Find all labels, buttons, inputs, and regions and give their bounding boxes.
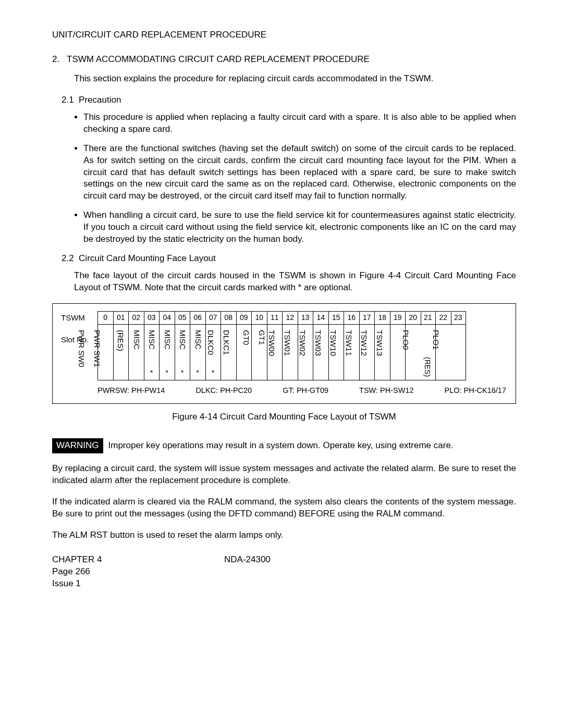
slot-number: 23 bbox=[451, 313, 466, 323]
slot-number: 20 bbox=[406, 313, 421, 323]
subsection-2-2: 2.2 Circuit Card Mounting Face Layout bbox=[62, 253, 516, 265]
bottom-label: PWRSW: PH-PW14 bbox=[97, 386, 165, 396]
slot-card-label: DLKC1 bbox=[221, 330, 231, 355]
slot-number: 12 bbox=[283, 312, 298, 325]
figure-bottom-labels: PWRSW: PH-PW14 DLKC: PH-PC20 GT: PH-GT09… bbox=[61, 386, 507, 396]
slot-column: 10GT0 bbox=[252, 311, 267, 380]
slot-card-label: PLO1 bbox=[430, 330, 440, 350]
subsection-2-1: 2.1 Precaution bbox=[62, 94, 516, 106]
slot-column-wide: 2223PLO1(RES) bbox=[436, 311, 466, 380]
figure-caption: Figure 4-14 Circuit Card Mounting Face L… bbox=[52, 411, 516, 423]
page-footer: CHAPTER 4 Page 266 Issue 1 NDA-24300 bbox=[52, 554, 516, 590]
slot-card-label: TSW02 bbox=[297, 330, 308, 356]
tswm-label: TSWM bbox=[61, 313, 97, 323]
slot-card-label: MISC bbox=[131, 330, 142, 350]
slot-number: 03 bbox=[144, 312, 160, 325]
slot-number: 05 bbox=[175, 312, 190, 325]
body-paragraph: By replacing a circuit card, the system … bbox=[52, 463, 516, 487]
slot-number: 02 bbox=[129, 312, 144, 325]
slot-card-label: TSW03 bbox=[312, 330, 323, 356]
slot-card-label: MISC bbox=[193, 330, 203, 350]
bottom-label: DLKC: PH-PC20 bbox=[195, 386, 252, 396]
slot-number: 15 bbox=[329, 312, 344, 325]
warning-badge: WARNING bbox=[52, 438, 103, 453]
slot-card-label: PLO0 bbox=[400, 330, 410, 350]
precaution-item: When handling a circuit card, be sure to… bbox=[83, 209, 516, 245]
body-paragraph: The ALM RST button is used to reset the … bbox=[52, 529, 516, 541]
slot-body: PLO1(RES) bbox=[436, 325, 466, 380]
precaution-item: This procedure is applied when replacing… bbox=[83, 112, 516, 135]
slot-number: 04 bbox=[160, 312, 175, 325]
precaution-list: This procedure is applied when replacing… bbox=[83, 112, 516, 245]
slot-number: 14 bbox=[313, 312, 328, 325]
subsection-number: 2.1 bbox=[62, 95, 74, 105]
page-header: UNIT/CIRCUIT CARD REPLACEMENT PROCEDURE bbox=[52, 29, 516, 41]
slot-card-label: MISC bbox=[162, 330, 173, 350]
slot-number: 16 bbox=[344, 312, 359, 325]
slot-column: 09DLKC1 bbox=[237, 311, 252, 380]
slot-card-label: TSW01 bbox=[282, 330, 292, 356]
footer-issue: Issue 1 bbox=[52, 578, 224, 590]
slot-card-label: TSW11 bbox=[343, 330, 353, 356]
section-title: 2. TSWM ACCOMMODATING CIRCUIT CARD REPLA… bbox=[52, 54, 516, 66]
slot-number: 01 bbox=[114, 312, 129, 325]
subsection-heading: Circuit Card Mounting Face Layout bbox=[79, 253, 216, 263]
warning-row: WARNING Improper key operations may resu… bbox=[52, 438, 516, 453]
optional-star: * bbox=[181, 367, 184, 378]
slot-number: 13 bbox=[298, 312, 313, 325]
slot-card-label: DLKC0 bbox=[205, 330, 216, 355]
slot-card-label: (RES) bbox=[115, 330, 126, 351]
subsection-number: 2.2 bbox=[62, 253, 74, 263]
optional-star: * bbox=[150, 367, 153, 378]
bottom-label: GT: PH-GT09 bbox=[283, 386, 328, 396]
optional-star: * bbox=[212, 367, 215, 378]
section-number: 2. bbox=[52, 54, 59, 64]
slot-card-label: TSW12 bbox=[359, 330, 369, 356]
slot-card-label: MISC bbox=[146, 330, 157, 350]
slot-number: 09 bbox=[237, 312, 252, 325]
bottom-label: PLO: PH-CK16/17 bbox=[444, 386, 506, 396]
slot-card-label: GT1 bbox=[256, 330, 267, 345]
slot-number: 18 bbox=[375, 312, 390, 325]
optional-star: * bbox=[165, 367, 168, 378]
subsection-text: The face layout of the circuit cards hou… bbox=[74, 270, 516, 294]
slot-card-label: PWR SW0 bbox=[76, 330, 87, 367]
slot-card-label: TSW00 bbox=[266, 330, 277, 356]
slot-number: 0 bbox=[98, 312, 113, 325]
slot-card-label: MISC bbox=[177, 330, 188, 350]
slot-number: 06 bbox=[190, 312, 205, 325]
figure-box: TSWM Slot No. 0PWR SW001PWR SW102(RES)03… bbox=[52, 303, 516, 404]
slot-card-label: TSW10 bbox=[328, 330, 338, 356]
slot-number: 07 bbox=[206, 312, 221, 325]
footer-docnum: NDA-24300 bbox=[224, 554, 271, 590]
slot-number: 11 bbox=[267, 312, 283, 325]
slot-number: 10 bbox=[252, 312, 267, 325]
slot-number: 21 bbox=[421, 313, 436, 323]
bottom-label: TSW: PH-SW12 bbox=[359, 386, 413, 396]
slot-card-label: TSW13 bbox=[374, 330, 384, 356]
section-intro: This section explains the procedure for … bbox=[74, 73, 516, 85]
slot-card-label: GT0 bbox=[241, 330, 251, 345]
footer-page: Page 266 bbox=[52, 566, 224, 578]
slot-number: 19 bbox=[390, 312, 406, 325]
slot-number: 17 bbox=[360, 312, 375, 325]
subsection-heading: Precaution bbox=[79, 95, 121, 105]
page: UNIT/CIRCUIT CARD REPLACEMENT PROCEDURE … bbox=[0, 0, 563, 621]
slot-number: 08 bbox=[221, 312, 236, 325]
slot-grid: 0PWR SW001PWR SW102(RES)03MISC*04MISC*05… bbox=[97, 311, 466, 380]
slot-number: 22 bbox=[436, 313, 451, 323]
precaution-item: There are the functional switches (havin… bbox=[83, 143, 516, 203]
slot-res-label: (RES) bbox=[422, 357, 432, 377]
section-heading: TSWM ACCOMMODATING CIRCUIT CARD REPLACEM… bbox=[67, 54, 370, 64]
body-paragraph: If the indicated alarm is cleared via th… bbox=[52, 496, 516, 520]
optional-star: * bbox=[196, 367, 199, 378]
warning-text: Improper key operations may result in a … bbox=[108, 440, 454, 452]
footer-chapter: CHAPTER 4 bbox=[52, 554, 224, 566]
slot-card-label: PWR SW1 bbox=[92, 330, 102, 367]
